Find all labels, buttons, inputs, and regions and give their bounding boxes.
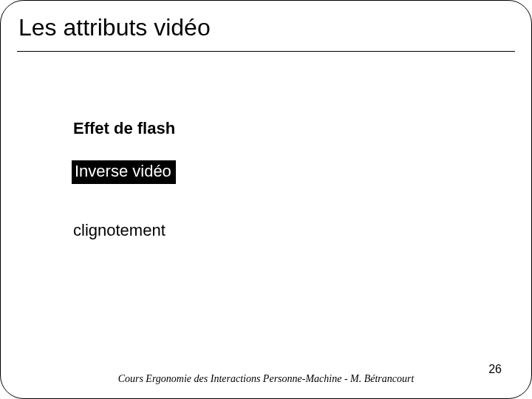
item-blink: clignotement <box>73 221 166 240</box>
title-underline <box>17 51 515 52</box>
slide-title: Les attributs vidéo <box>18 14 514 49</box>
page-number: 26 <box>488 363 502 376</box>
item-flash: Effet de flash <box>73 119 175 138</box>
slide-frame: Les attributs vidéo Effet de flash Inver… <box>0 0 532 399</box>
item-inverse-video: Inverse vidéo <box>72 160 176 184</box>
footer-text: Cours Ergonomie des Interactions Personn… <box>1 373 531 385</box>
